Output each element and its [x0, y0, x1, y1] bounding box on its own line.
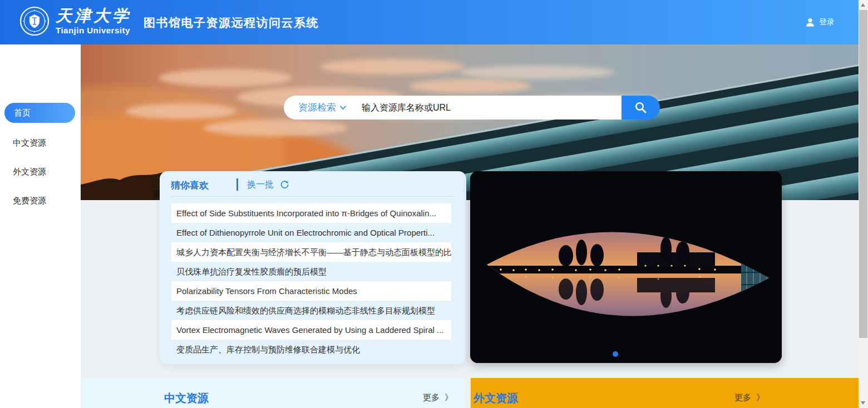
page-title: 图书馆电子资源远程访问云系统 [144, 15, 319, 31]
sidebar: 首页 中文资源 外文资源 免费资源 [0, 44, 81, 408]
sidebar-item-chinese-resources[interactable]: 中文资源 [13, 138, 46, 148]
recommend-item[interactable]: 城乡人力资本配置失衡与经济增长不平衡——基于静态与动态面板模型的比较 [171, 242, 451, 262]
recommend-item[interactable]: Effect of Dithienopyrrole Unit on Electr… [171, 223, 451, 242]
chevron-down-icon [340, 106, 346, 110]
search-field-wrap: 资源检索 [284, 96, 622, 120]
university-seal-icon [19, 6, 50, 37]
scrollbar-thumb[interactable] [859, 10, 867, 338]
logo-name-cn: 天津大学 [56, 6, 131, 25]
more-label: 更多 [734, 392, 751, 403]
refresh-batch-label: 换一批 [247, 179, 274, 191]
refresh-icon [280, 180, 289, 190]
sidebar-item-home[interactable]: 首页 [4, 103, 75, 123]
recommend-item[interactable]: Effect of Side Substituents Incorporated… [171, 203, 451, 223]
sidebar-item-foreign-resources[interactable]: 外文资源 [13, 167, 46, 177]
login-button[interactable]: 登录 [805, 16, 835, 29]
carousel-photo-illustration [470, 171, 782, 363]
sidebar-item-free-resources[interactable]: 免费资源 [13, 196, 46, 206]
section-chinese-title: 中文资源 [164, 391, 209, 406]
recommend-list: Effect of Side Substituents Incorporated… [171, 203, 451, 359]
recommend-item[interactable]: 贝伐珠单抗治疗复发性胶质瘤的预后模型 [171, 262, 451, 281]
scrollbar-down-arrow-icon[interactable] [861, 401, 865, 405]
recommend-item[interactable]: Vortex Electromagnetic Waves Generated b… [171, 320, 451, 340]
carousel-dot-indicator[interactable] [613, 351, 618, 357]
vertical-scrollbar [859, 0, 868, 408]
recommend-title: 猜你喜欢 [171, 179, 209, 192]
search-input[interactable] [362, 103, 573, 113]
double-angle-icon: 》 [756, 392, 765, 403]
university-logo[interactable]: 天津大学 Tianjin University [19, 6, 131, 37]
refresh-batch-button[interactable]: 换一批 [247, 179, 289, 191]
recommend-item[interactable]: 考虑供应链风险和绩效的供应商选择的模糊动态非线性多目标规划模型 [171, 301, 451, 320]
section-chinese-resources [81, 378, 466, 408]
double-angle-icon: 》 [445, 392, 453, 403]
more-label: 更多 [423, 392, 440, 403]
more-chinese-button[interactable]: 更多 》 [423, 392, 453, 403]
recommend-panel: 猜你喜欢 换一批 Effect of Side Substituents Inc… [160, 171, 466, 364]
search-category-label: 资源检索 [298, 101, 336, 114]
section-foreign-resources [471, 378, 859, 408]
scrollbar-up-arrow-icon[interactable] [861, 3, 865, 7]
search-category-dropdown[interactable]: 资源检索 [298, 101, 346, 114]
logo-name-en: Tianjin University [56, 25, 131, 36]
login-label: 登录 [819, 17, 835, 27]
carousel-image[interactable] [470, 171, 782, 363]
more-foreign-button[interactable]: 更多 》 [734, 392, 765, 403]
recommend-item[interactable]: 变质品生产、库存控制与预防维修联合建模与优化 [171, 340, 451, 359]
title-divider-bar [236, 178, 238, 191]
user-icon [805, 17, 815, 27]
app-header: 天津大学 Tianjin University 图书馆电子资源远程访问云系统 登… [0, 0, 859, 44]
search-button[interactable] [622, 96, 660, 120]
panel-divider [171, 196, 455, 197]
resource-search-bar: 资源检索 [284, 96, 660, 120]
search-icon [634, 101, 647, 114]
recommend-item[interactable]: Polarizability Tensors From Characterist… [171, 281, 451, 301]
section-foreign-title: 外文资源 [474, 391, 518, 406]
